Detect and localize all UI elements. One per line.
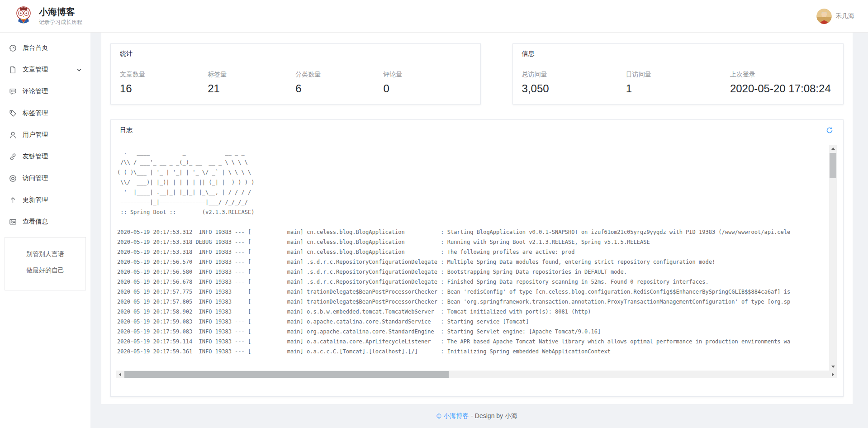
copyright-symbol: © [436,413,441,420]
info-card-header: 信息 [513,44,843,64]
sidebar-item-articles[interactable]: 文章管理 [0,59,90,81]
sidebar-item-updates[interactable]: 更新管理 [0,189,90,211]
footer-text: - Design by 小海 [471,412,517,420]
top-cards-row: 统计 文章数量 16 标签量 21 分 [110,43,844,105]
log-vertical-scrollbar[interactable] [829,145,837,371]
content-panel: 统计 文章数量 16 标签量 21 分 [101,33,853,404]
user-avatar [816,9,832,24]
scroll-left-arrow-icon[interactable] [116,371,124,378]
sidebar-item-label: 更新管理 [23,196,48,204]
horizontal-scroll-thumb[interactable] [124,371,449,378]
site-subtitle: 记录学习成长历程 [39,19,82,26]
info-card-body: 总访问量 3,050 日访问量 1 上次登录 2020-05-20 17:08:… [513,64,843,104]
scroll-down-arrow-icon[interactable] [829,363,837,371]
tag-icon [9,109,17,117]
sidebar-item-dashboard[interactable]: 后台首页 [0,37,90,59]
log-horizontal-scrollbar[interactable] [116,371,837,378]
main-content: 统计 文章数量 16 标签量 21 分 [90,33,868,428]
brand[interactable]: 小海博客 记录学习成长历程 [14,5,82,27]
stats-card: 统计 文章数量 16 标签量 21 分 [110,43,481,105]
scroll-right-arrow-icon[interactable] [829,371,837,378]
stats-card-title: 统计 [120,50,133,58]
stats-card-body: 文章数量 16 标签量 21 分类数量 6 [111,64,480,104]
sidebar-item-label: 访问管理 [23,174,48,182]
brand-text: 小海博客 记录学习成长历程 [39,6,82,26]
site-logo [14,5,33,27]
stat-category-count: 分类数量 6 [295,71,383,95]
sidebar-item-view-info[interactable]: 查看信息 [0,211,90,233]
stat-total-visits: 总访问量 3,050 [522,71,626,95]
info-card: 信息 总访问量 3,050 日访问量 1 [512,43,844,105]
sidebar-item-label: 标签管理 [23,109,48,117]
motto-line: 做最好的自己 [5,266,85,275]
stat-last-login: 上次登录 2020-05-20 17:08:24 [730,71,834,95]
log-card-title: 日志 [120,126,133,134]
compass-icon [9,175,17,182]
sidebar-item-links[interactable]: 友链管理 [0,146,90,167]
sidebar-item-label: 用户管理 [23,131,48,139]
user-menu[interactable]: 禾几海 [816,9,854,24]
sidebar-item-label: 查看信息 [23,218,48,226]
user-icon [9,131,17,139]
stats-card-header: 统计 [111,44,480,64]
link-icon [9,153,17,161]
site-title: 小海博客 [39,6,82,17]
stat-daily-visits: 日访问量 1 [626,71,730,95]
sidebar-item-label: 文章管理 [23,66,48,74]
admin-dashboard: 小海博客 记录学习成长历程 禾几海 [0,0,868,428]
chevron-down-icon[interactable] [77,68,81,71]
app-header: 小海博客 记录学习成长历程 禾几海 [0,0,868,33]
log-card: 日志 . ____ _ __ _ _ /\\ / ___'_ __ _ [110,119,844,397]
sidebar-item-comments[interactable]: 评论管理 [0,81,90,102]
stat-article-count: 文章数量 16 [120,71,208,95]
body-row: 后台首页 文章管理 评论管理 [0,33,868,428]
vertical-scroll-thumb[interactable] [830,153,836,178]
sidebar-item-label: 友链管理 [23,152,48,161]
motto-box: 别管别人言语 做最好的自己 [5,237,86,290]
comment-icon [9,88,17,95]
motto-line: 别管别人言语 [5,250,85,258]
dashboard-icon [9,44,17,52]
scroll-up-arrow-icon[interactable] [829,145,837,152]
document-icon [9,66,17,74]
footer-site-link[interactable]: 小海博客 [443,412,469,420]
idcard-icon [9,218,17,226]
refresh-icon[interactable] [825,126,834,135]
sidebar-item-tags[interactable]: 标签管理 [0,102,90,124]
sidebar: 后台首页 文章管理 评论管理 [0,33,90,428]
log-card-header: 日志 [111,120,843,141]
sidebar-item-visits[interactable]: 访问管理 [0,167,90,189]
log-text: . ____ _ __ _ _ /\\ / ___'_ __ _ _(_)_ _… [116,145,829,371]
log-viewport: . ____ _ __ _ _ /\\ / ___'_ __ _ _(_)_ _… [116,145,837,378]
user-name: 禾几海 [835,12,854,20]
sidebar-item-users[interactable]: 用户管理 [0,124,90,146]
sidebar-item-label: 后台首页 [23,44,48,52]
log-body: . ____ _ __ _ _ /\\ / ___'_ __ _ _(_)_ _… [111,141,843,396]
stat-tag-count: 标签量 21 [208,71,295,95]
info-card-title: 信息 [522,50,535,58]
upload-icon [9,196,17,204]
sidebar-item-label: 评论管理 [23,87,48,95]
footer: © 小海博客 - Design by 小海 [101,404,853,428]
stat-comment-count: 评论量 0 [383,71,471,95]
